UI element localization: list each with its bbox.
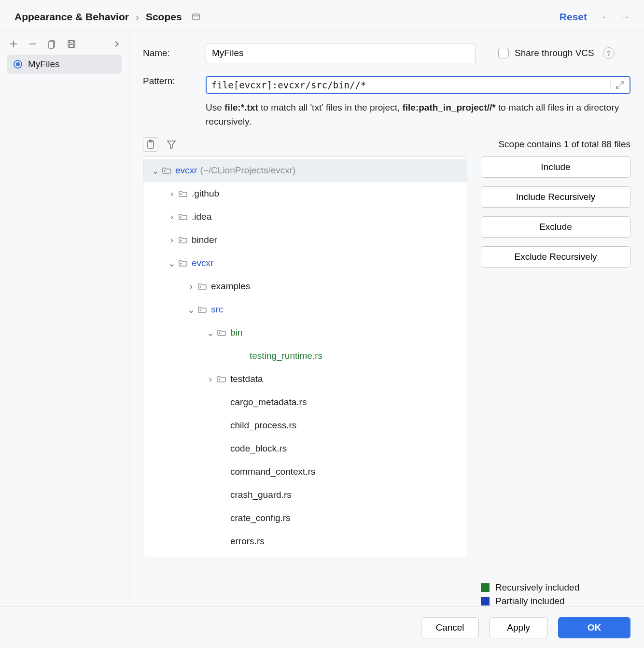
tree-node[interactable]: › .idea: [143, 205, 467, 228]
folder-icon: [178, 213, 188, 221]
header-bar: Appearance & Behavior › Scopes Reset ← →: [0, 0, 644, 31]
include-button[interactable]: Include: [481, 156, 630, 178]
cancel-button[interactable]: Cancel: [421, 617, 479, 638]
breadcrumb-separator: ›: [136, 11, 139, 23]
share-vcs-checkbox[interactable]: [498, 48, 509, 58]
tree-node[interactable]: ⌄ evcxr: [143, 252, 467, 275]
tree-node-label: testdata: [230, 374, 263, 384]
tree-node-label: binder: [192, 235, 217, 245]
expand-icon[interactable]: [615, 80, 625, 90]
pattern-input[interactable]: file[evcxr]:evcxr/src/bin//*: [206, 76, 630, 94]
copy-icon[interactable]: [47, 39, 57, 49]
chevron-down-icon[interactable]: ⌄: [205, 327, 216, 338]
tree-node-label: .idea: [192, 211, 211, 222]
tree-node-label: child_process.rs: [230, 420, 296, 431]
chevron-right-icon[interactable]: ›: [167, 235, 177, 245]
legend-partial: Partially included: [481, 596, 630, 606]
name-input[interactable]: [206, 43, 476, 63]
filter-icon[interactable]: [166, 139, 177, 150]
pattern-help-text: Use file:*.txt to match all 'txt' files …: [206, 101, 630, 128]
svg-point-20: [200, 286, 201, 287]
svg-marker-14: [168, 141, 175, 149]
tree-node[interactable]: ⌄ bin: [143, 321, 467, 344]
remove-icon[interactable]: [28, 39, 38, 49]
svg-line-10: [620, 82, 623, 85]
svg-point-21: [200, 310, 201, 310]
chevron-right-icon[interactable]: ›: [186, 281, 196, 292]
chevron-right-icon[interactable]: ›: [167, 211, 177, 222]
tree-node[interactable]: ·crate_config.rs: [143, 507, 467, 530]
svg-rect-0: [193, 14, 199, 20]
tree-node-path: (~/CLionProjects/evcxr): [200, 165, 295, 176]
tree-node-label: evcxr: [192, 258, 213, 268]
sidebar-item-myfiles[interactable]: MyFiles: [7, 55, 122, 74]
tree-node-label: .github: [192, 188, 219, 199]
svg-rect-7: [68, 41, 75, 47]
content-panel: Name: Share through VCS ? Pattern: file[…: [129, 31, 644, 606]
reset-link[interactable]: Reset: [560, 11, 587, 23]
scope-status-text: Scope contains 1 of total 88 files: [498, 139, 630, 150]
nav-back-icon[interactable]: ←: [601, 11, 611, 23]
ok-button[interactable]: OK: [558, 617, 630, 638]
sidebar-item-label: MyFiles: [28, 59, 59, 70]
clipboard-icon[interactable]: [143, 137, 158, 152]
folder-icon: [162, 167, 171, 174]
folder-icon: [217, 375, 226, 383]
svg-line-11: [616, 85, 619, 88]
radio-icon: [14, 60, 22, 69]
folder-icon: [197, 306, 207, 313]
square-blue-icon: [481, 597, 490, 606]
pattern-label: Pattern:: [143, 76, 196, 86]
tree-node[interactable]: › testdata: [143, 367, 467, 391]
tree-node[interactable]: · testing_runtime.rs: [143, 344, 467, 367]
tree-node-label: crate_config.rs: [230, 513, 291, 523]
help-icon[interactable]: ?: [603, 47, 615, 59]
svg-point-18: [181, 240, 182, 241]
apply-button[interactable]: Apply: [490, 617, 547, 638]
chevron-down-icon[interactable]: ⌄: [150, 165, 161, 176]
chevron-right-icon[interactable]: ›: [167, 188, 177, 199]
chevron-down-icon[interactable]: ⌄: [186, 304, 196, 315]
chevron-down-icon[interactable]: ⌄: [167, 258, 177, 269]
tree-node-label: code_block.rs: [230, 443, 287, 454]
add-icon[interactable]: [9, 39, 18, 49]
tree-node[interactable]: › examples: [143, 275, 467, 298]
exclude-recursively-button[interactable]: Exclude Recursively: [481, 246, 630, 268]
tree-node[interactable]: ·command_context.rs: [143, 460, 467, 483]
folder-icon: [197, 282, 207, 290]
tree-node[interactable]: ·cargo_metadata.rs: [143, 391, 467, 414]
svg-point-17: [181, 217, 182, 218]
tree-node[interactable]: ·errors.rs: [143, 530, 467, 553]
chevron-right-icon[interactable]: ›: [205, 374, 216, 384]
exclude-button[interactable]: Exclude: [481, 216, 630, 238]
file-tree[interactable]: ⌄ evcxr (~/CLionProjects/evcxr) › .githu…: [143, 156, 467, 557]
tree-node[interactable]: › binder: [143, 228, 467, 252]
tree-node[interactable]: ⌄ src: [143, 298, 467, 321]
breadcrumb-leaf: Scopes: [146, 11, 182, 23]
tree-node-label: examples: [211, 281, 250, 292]
svg-point-22: [219, 333, 220, 334]
tree-node[interactable]: › .github: [143, 182, 467, 205]
include-recursively-button[interactable]: Include Recursively: [481, 186, 630, 208]
tree-node[interactable]: ·child_process.rs: [143, 414, 467, 437]
legend-recursive: Recursively included: [481, 582, 630, 593]
breadcrumb-root[interactable]: Appearance & Behavior: [14, 11, 129, 23]
sidebar: MyFiles: [0, 31, 129, 606]
svg-rect-6: [49, 42, 54, 48]
square-green-icon: [481, 583, 490, 592]
tree-node-label: cargo_metadata.rs: [230, 397, 307, 408]
popout-icon[interactable]: [192, 13, 200, 21]
tree-node[interactable]: ·code_block.rs: [143, 437, 467, 460]
tree-node[interactable]: ·crash_guard.rs: [143, 483, 467, 507]
sidebar-toolbar: [0, 36, 129, 55]
tree-node-label: command_context.rs: [230, 466, 315, 477]
nav-forward-icon[interactable]: →: [620, 11, 630, 23]
folder-icon: [178, 190, 188, 197]
save-icon[interactable]: [67, 39, 76, 49]
chevron-right-icon[interactable]: [113, 41, 120, 47]
tree-node-root[interactable]: ⌄ evcxr (~/CLionProjects/evcxr): [143, 159, 467, 182]
svg-point-16: [181, 194, 182, 195]
tree-node-label: errors.rs: [230, 536, 265, 547]
share-vcs-label: Share through VCS: [515, 48, 594, 58]
dialog-footer: Cancel Apply OK: [0, 606, 644, 648]
